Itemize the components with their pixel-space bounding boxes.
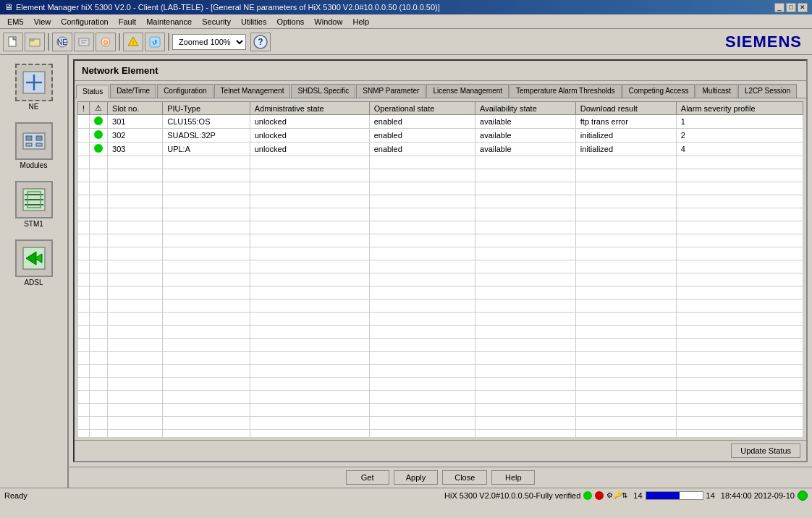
- menu-options[interactable]: Options: [272, 16, 308, 27]
- cell-empty: [163, 391, 250, 404]
- table-row[interactable]: 303UPL:Aunlockedenabledavailableinitiali…: [78, 143, 803, 156]
- close-button[interactable]: Close: [442, 470, 487, 485]
- cell-empty: [250, 286, 369, 300]
- modules-icon: [15, 122, 53, 160]
- title-bar-controls: _ □ ✕: [774, 3, 808, 12]
- toolbar-btn-3[interactable]: NE: [52, 33, 72, 51]
- table-row-empty: [78, 430, 803, 438]
- cell-empty: [108, 195, 163, 208]
- cell-empty: [163, 430, 250, 438]
- cell-empty: [475, 391, 576, 404]
- toolbar-btn-5[interactable]: ⚙: [96, 33, 116, 51]
- sidebar-item-modules[interactable]: Modules: [5, 119, 63, 172]
- toolbar-btn-2[interactable]: [25, 33, 45, 51]
- status-counter-icons: ⚙🔑⇅: [606, 491, 627, 499]
- cell-empty: [90, 352, 108, 365]
- cell-slot: 302: [108, 129, 163, 143]
- toolbar-btn-4[interactable]: [74, 33, 94, 51]
- toolbar-btn-1[interactable]: [3, 33, 23, 51]
- zoom-select[interactable]: Zoomed 100% Zoomed 75% Zoomed 125%: [172, 34, 246, 50]
- cell-empty: [108, 156, 163, 169]
- sidebar-ne-label: NE: [29, 103, 39, 111]
- minimize-button[interactable]: _: [774, 3, 784, 12]
- status-circle-green: [798, 491, 808, 501]
- cell-empty: [575, 378, 676, 391]
- sidebar-item-stm1[interactable]: STM1: [5, 178, 63, 231]
- cell-empty: [250, 234, 369, 247]
- svg-text:↺: ↺: [152, 39, 158, 46]
- cell-empty: [90, 286, 108, 300]
- toolbar-btn-6[interactable]: !: [123, 33, 143, 51]
- cell-empty: [676, 234, 803, 247]
- sidebar-item-adsl[interactable]: ADSL: [5, 237, 63, 289]
- table-row-empty: [78, 208, 803, 221]
- tab-configuration[interactable]: Configuration: [157, 84, 213, 98]
- cell-empty: [676, 326, 803, 339]
- toolbar-btn-7[interactable]: ↺: [145, 33, 165, 51]
- cell-empty: [676, 260, 803, 273]
- tab-temperature[interactable]: Temperature Alarm Thresholds: [509, 84, 622, 98]
- col-header-download: Download result: [575, 102, 676, 115]
- update-status-button[interactable]: Update Status: [731, 443, 800, 458]
- close-window-button[interactable]: ✕: [798, 3, 808, 12]
- tab-multicast[interactable]: Multicast: [695, 84, 737, 98]
- table-row-empty: [78, 391, 803, 404]
- tab-shdsl[interactable]: SHDSL Specific: [291, 84, 355, 98]
- cell-empty: [163, 273, 250, 286]
- cell-empty: [108, 417, 163, 430]
- tab-l2cp[interactable]: L2CP Session: [738, 84, 797, 98]
- cell-empty: [78, 391, 90, 404]
- cell-download: initialized: [575, 143, 676, 156]
- tab-competing[interactable]: Competing Access: [622, 84, 695, 98]
- cell-empty: [369, 247, 475, 260]
- cell-empty: [676, 313, 803, 326]
- tab-telnet[interactable]: Telnet Management: [214, 84, 291, 98]
- menu-fault[interactable]: Fault: [114, 16, 140, 27]
- menu-maintenance[interactable]: Maintenance: [142, 16, 196, 27]
- table-row[interactable]: 302SUADSL:32Punlockedenabledavailableini…: [78, 129, 803, 143]
- menu-utilities[interactable]: Utilities: [237, 16, 271, 27]
- cell-empty: [676, 286, 803, 300]
- sidebar-item-ne[interactable]: NE: [5, 61, 63, 114]
- table-row-empty: [78, 221, 803, 234]
- cell-empty: [250, 156, 369, 169]
- cell-empty: [369, 326, 475, 339]
- cell-empty: [250, 247, 369, 260]
- apply-button[interactable]: Apply: [394, 470, 439, 485]
- maximize-button[interactable]: □: [786, 3, 796, 12]
- tab-status[interactable]: Status: [76, 85, 109, 98]
- svg-rect-2: [30, 39, 34, 41]
- cell-empty: [250, 339, 369, 352]
- table-row-empty: [78, 300, 803, 313]
- menu-window[interactable]: Window: [310, 16, 347, 27]
- cell-empty: [163, 234, 250, 247]
- cell-empty: [676, 352, 803, 365]
- cell-empty: [90, 156, 108, 169]
- menu-security[interactable]: Security: [198, 16, 235, 27]
- get-button[interactable]: Get: [346, 470, 389, 485]
- table-row-empty: [78, 286, 803, 300]
- tab-license[interactable]: License Management: [426, 84, 509, 98]
- stm1-icon: [15, 181, 53, 218]
- cell-empty: [676, 156, 803, 169]
- cell-empty: [250, 300, 369, 313]
- cell-empty: [475, 313, 576, 326]
- tab-datetime[interactable]: Date/Time: [110, 84, 156, 98]
- cell-empty: [475, 417, 576, 430]
- cell-empty: [108, 260, 163, 273]
- menu-em5[interactable]: EM5: [3, 16, 28, 27]
- cell-empty: [90, 417, 108, 430]
- cell-empty: [250, 417, 369, 430]
- menu-configuration[interactable]: Configuration: [56, 16, 112, 27]
- help-button[interactable]: Help: [491, 470, 535, 485]
- tab-snmp[interactable]: SNMP Parameter: [356, 84, 426, 98]
- cell-empty: [676, 208, 803, 221]
- sidebar-stm1-label: STM1: [24, 220, 43, 228]
- table-row[interactable]: 301CLU155:OSunlockedenabledavailableftp …: [78, 115, 803, 129]
- cell-empty: [575, 430, 676, 438]
- siemens-logo: SIEMENS: [725, 33, 809, 51]
- help-toolbar-btn[interactable]: ?: [250, 33, 271, 51]
- menu-help[interactable]: Help: [348, 16, 373, 27]
- menu-view[interactable]: View: [30, 16, 56, 27]
- cell-empty: [475, 169, 576, 182]
